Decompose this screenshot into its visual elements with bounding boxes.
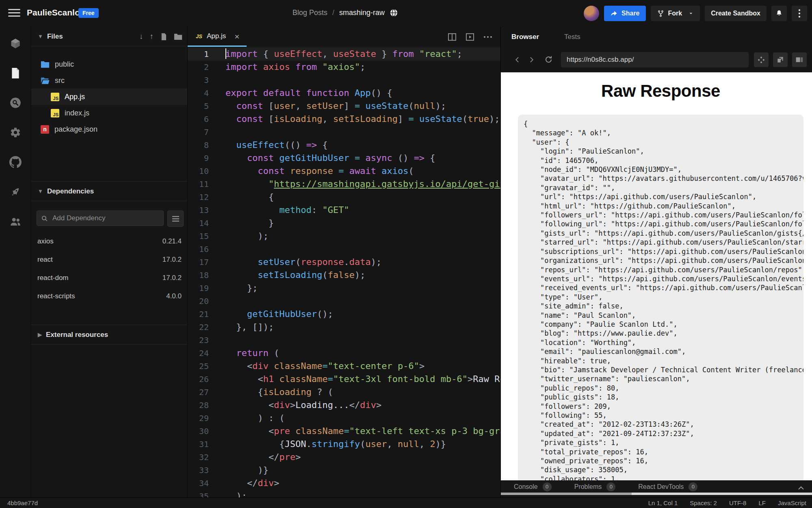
code-line-20[interactable]: 20	[188, 295, 500, 308]
preview-window-icon[interactable]	[466, 33, 474, 41]
split-view-icon[interactable]	[448, 33, 457, 41]
code-line-8[interactable]: 8 useEffect(() => {	[188, 139, 500, 152]
code-line-15[interactable]: 15 );	[188, 230, 500, 243]
dependencies-section-header[interactable]: ▼ Dependencies	[31, 181, 187, 201]
code-line-21[interactable]: 21 getGitHubUser();	[188, 308, 500, 321]
code-line-6[interactable]: 6 const [isLoading, setIsLoading] = useS…	[188, 113, 500, 126]
upload-icon[interactable]: ↑	[150, 32, 154, 41]
dependency-react[interactable]: react17.0.2	[31, 250, 187, 269]
url-bar[interactable]: https://n0s8c.csb.app/	[561, 52, 749, 67]
bell-icon	[775, 9, 783, 17]
code-line-5[interactable]: 5 const [user, setUser] = useState(null)…	[188, 100, 500, 113]
tab-app-js[interactable]: JS App.js ×	[188, 27, 247, 47]
dependency-react-scripts[interactable]: react-scripts4.0.0	[31, 287, 187, 305]
code-line-25[interactable]: 25 <div className="text-center p-6">	[188, 360, 500, 373]
code-line-14[interactable]: 14 }	[188, 217, 500, 230]
code-line-18[interactable]: 18 setIsLoading(false);	[188, 269, 500, 282]
code-line-22[interactable]: 22 }, []);	[188, 321, 500, 334]
code-line-11[interactable]: 11 "https://smashingapi.gatsbyjs.io/api/…	[188, 178, 500, 191]
file-tree-item-index-js[interactable]: JSindex.js	[31, 105, 187, 121]
settings-gear-icon[interactable]	[0, 117, 31, 147]
code-line-17[interactable]: 17 setUser(response.data);	[188, 256, 500, 269]
devtools-tab-react-devtools[interactable]: React DevTools0	[638, 482, 697, 491]
code-line-13[interactable]: 13 method: "GET"	[188, 204, 500, 217]
close-tab-icon[interactable]: ×	[234, 32, 239, 41]
more-options-button[interactable]	[792, 6, 807, 21]
tab-browser[interactable]: Browser	[511, 33, 539, 41]
files-icon[interactable]	[0, 58, 31, 88]
dependency-menu-button[interactable]	[167, 211, 184, 227]
code-line-10[interactable]: 10 const response = await axios(	[188, 165, 500, 178]
code-line-29[interactable]: 29 ) : (	[188, 412, 500, 425]
code-line-32[interactable]: 32 </pre>	[188, 451, 500, 464]
code-area[interactable]: 1import { useEffect, useState } from "re…	[188, 47, 500, 497]
code-line-30[interactable]: 30 <pre className="text-left text-xs p-3…	[188, 425, 500, 438]
inspect-elements-icon[interactable]	[754, 52, 769, 67]
external-resources-header[interactable]: ▶ External resources	[31, 325, 187, 345]
code-line-23[interactable]: 23	[188, 334, 500, 347]
file-tree-item-app-js[interactable]: JSApp.js	[31, 89, 187, 105]
file-tree-item-package-json[interactable]: npackage.json	[31, 121, 187, 137]
deploy-rocket-icon[interactable]	[0, 177, 31, 206]
refresh-icon[interactable]	[541, 53, 555, 67]
side-by-side-preview-icon[interactable]	[792, 52, 807, 67]
code-line-3[interactable]: 3	[188, 74, 500, 87]
avatar[interactable]	[584, 6, 599, 21]
line-number: 31	[188, 438, 214, 451]
team-icon[interactable]	[0, 206, 31, 236]
tab-tests[interactable]: Tests	[564, 33, 580, 41]
code-line-35[interactable]: 35 );	[188, 490, 500, 497]
forward-icon[interactable]	[524, 53, 538, 67]
code-line-4[interactable]: 4export default function App() {	[188, 87, 500, 100]
search-icon	[41, 215, 48, 222]
code-line-7[interactable]: 7	[188, 126, 500, 139]
more-actions-icon[interactable]	[483, 36, 492, 38]
chevron-up-icon[interactable]	[798, 486, 804, 490]
menu-icon[interactable]	[8, 9, 20, 18]
share-button[interactable]: Share	[604, 6, 645, 21]
devtools-tab-label: React DevTools	[638, 483, 684, 491]
chevron-down-icon[interactable]	[688, 11, 694, 16]
github-icon[interactable]	[0, 147, 31, 177]
download-icon[interactable]: ↓	[139, 32, 143, 41]
files-title: Files	[47, 33, 63, 41]
code-line-19[interactable]: 19 };	[188, 282, 500, 295]
code-line-2[interactable]: 2import axios from "axios";	[188, 61, 500, 74]
file-tree-item-public[interactable]: public	[31, 56, 187, 72]
code-line-31[interactable]: 31 {JSON.stringify(user, null, 2)}	[188, 438, 500, 451]
devtools-tab-problems[interactable]: Problems0	[574, 482, 616, 491]
code-line-26[interactable]: 26 <h1 className="text-3xl font-bold mb-…	[188, 373, 500, 386]
notifications-button[interactable]	[771, 6, 787, 21]
new-file-icon[interactable]	[160, 33, 167, 41]
breadcrumb-section[interactable]: Blog Posts	[292, 9, 327, 17]
dependency-axios[interactable]: axios0.21.4	[31, 232, 187, 250]
code-line-16[interactable]: 16	[188, 243, 500, 256]
files-section-header[interactable]: ▼ Files ↓ ↑	[31, 27, 187, 46]
scrollbar-thumb[interactable]	[501, 493, 632, 495]
code-line-12[interactable]: 12 {	[188, 191, 500, 204]
collapse-triangle-icon: ▼	[38, 188, 43, 194]
plan-badge: Free	[78, 8, 99, 18]
dependency-react-dom[interactable]: react-dom17.0.2	[31, 269, 187, 287]
workspace-name[interactable]: PaulieScanlon	[27, 8, 85, 17]
sandbox-cube-icon[interactable]	[0, 28, 31, 58]
back-icon[interactable]	[511, 53, 524, 67]
fork-button[interactable]: Fork	[651, 6, 700, 21]
create-sandbox-button[interactable]: Create Sandbox	[705, 6, 767, 21]
code-line-27[interactable]: 27 {isLoading ? (	[188, 386, 500, 399]
devtools-tab-console[interactable]: Console0	[514, 482, 552, 491]
search-icon[interactable]	[0, 88, 31, 117]
code-line-1[interactable]: 1import { useEffect, useState } from "re…	[188, 48, 500, 61]
new-folder-icon[interactable]	[174, 33, 182, 40]
code-line-24[interactable]: 24 return (	[188, 347, 500, 360]
code-line-34[interactable]: 34 </div>	[188, 477, 500, 490]
open-new-window-icon[interactable]	[773, 52, 788, 67]
file-tree-item-src[interactable]: src	[31, 72, 187, 89]
code-line-33[interactable]: 33 )}	[188, 464, 500, 477]
add-dependency-input[interactable]	[52, 214, 159, 223]
code-line-28[interactable]: 28 <div>Loading...</div>	[188, 399, 500, 412]
breadcrumb-current[interactable]: smashing-raw	[339, 9, 385, 17]
horizontal-scrollbar[interactable]	[501, 493, 812, 495]
add-dependency-field[interactable]	[37, 211, 164, 226]
code-line-9[interactable]: 9 const getGitHubUser = async () => {	[188, 152, 500, 165]
